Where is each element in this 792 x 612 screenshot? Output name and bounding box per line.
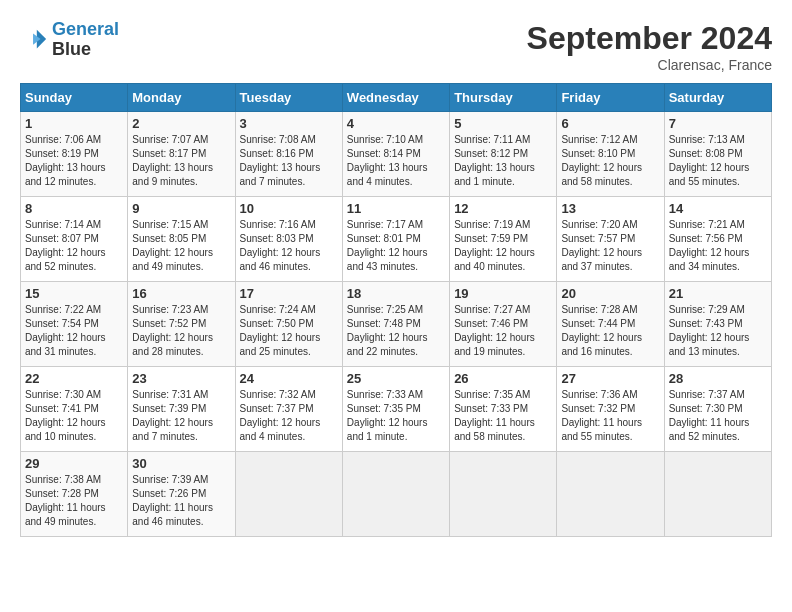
calendar-day: 2 Sunrise: 7:07 AMSunset: 8:17 PMDayligh… <box>128 112 235 197</box>
day-number: 8 <box>25 201 123 216</box>
calendar-day: 17 Sunrise: 7:24 AMSunset: 7:50 PMDaylig… <box>235 282 342 367</box>
title-block: September 2024 Clarensac, France <box>527 20 772 73</box>
logo-text: General Blue <box>52 20 119 60</box>
day-number: 9 <box>132 201 230 216</box>
empty-cell <box>235 452 342 537</box>
calendar-week-row: 8 Sunrise: 7:14 AMSunset: 8:07 PMDayligh… <box>21 197 772 282</box>
day-number: 30 <box>132 456 230 471</box>
calendar-day: 13 Sunrise: 7:20 AMSunset: 7:57 PMDaylig… <box>557 197 664 282</box>
day-number: 4 <box>347 116 445 131</box>
day-info: Sunrise: 7:21 AMSunset: 7:56 PMDaylight:… <box>669 218 767 274</box>
calendar-day: 15 Sunrise: 7:22 AMSunset: 7:54 PMDaylig… <box>21 282 128 367</box>
day-info: Sunrise: 7:08 AMSunset: 8:16 PMDaylight:… <box>240 133 338 189</box>
weekday-header-row: Sunday Monday Tuesday Wednesday Thursday… <box>21 84 772 112</box>
month-title: September 2024 <box>527 20 772 57</box>
day-number: 15 <box>25 286 123 301</box>
day-info: Sunrise: 7:28 AMSunset: 7:44 PMDaylight:… <box>561 303 659 359</box>
calendar-day: 5 Sunrise: 7:11 AMSunset: 8:12 PMDayligh… <box>450 112 557 197</box>
calendar-day: 4 Sunrise: 7:10 AMSunset: 8:14 PMDayligh… <box>342 112 449 197</box>
calendar-day: 18 Sunrise: 7:25 AMSunset: 7:48 PMDaylig… <box>342 282 449 367</box>
day-number: 5 <box>454 116 552 131</box>
day-number: 11 <box>347 201 445 216</box>
day-number: 28 <box>669 371 767 386</box>
empty-cell <box>557 452 664 537</box>
calendar-day: 11 Sunrise: 7:17 AMSunset: 8:01 PMDaylig… <box>342 197 449 282</box>
day-info: Sunrise: 7:14 AMSunset: 8:07 PMDaylight:… <box>25 218 123 274</box>
day-info: Sunrise: 7:15 AMSunset: 8:05 PMDaylight:… <box>132 218 230 274</box>
day-number: 2 <box>132 116 230 131</box>
day-number: 22 <box>25 371 123 386</box>
header-sunday: Sunday <box>21 84 128 112</box>
day-info: Sunrise: 7:19 AMSunset: 7:59 PMDaylight:… <box>454 218 552 274</box>
day-number: 19 <box>454 286 552 301</box>
header-tuesday: Tuesday <box>235 84 342 112</box>
calendar-day: 20 Sunrise: 7:28 AMSunset: 7:44 PMDaylig… <box>557 282 664 367</box>
calendar-day: 29 Sunrise: 7:38 AMSunset: 7:28 PMDaylig… <box>21 452 128 537</box>
calendar-table: Sunday Monday Tuesday Wednesday Thursday… <box>20 83 772 537</box>
day-number: 27 <box>561 371 659 386</box>
header-friday: Friday <box>557 84 664 112</box>
day-number: 18 <box>347 286 445 301</box>
calendar-day: 10 Sunrise: 7:16 AMSunset: 8:03 PMDaylig… <box>235 197 342 282</box>
day-info: Sunrise: 7:10 AMSunset: 8:14 PMDaylight:… <box>347 133 445 189</box>
day-number: 23 <box>132 371 230 386</box>
day-info: Sunrise: 7:33 AMSunset: 7:35 PMDaylight:… <box>347 388 445 444</box>
day-number: 16 <box>132 286 230 301</box>
day-info: Sunrise: 7:13 AMSunset: 8:08 PMDaylight:… <box>669 133 767 189</box>
day-number: 17 <box>240 286 338 301</box>
header-wednesday: Wednesday <box>342 84 449 112</box>
day-info: Sunrise: 7:11 AMSunset: 8:12 PMDaylight:… <box>454 133 552 189</box>
day-number: 3 <box>240 116 338 131</box>
day-info: Sunrise: 7:12 AMSunset: 8:10 PMDaylight:… <box>561 133 659 189</box>
day-info: Sunrise: 7:06 AMSunset: 8:19 PMDaylight:… <box>25 133 123 189</box>
day-number: 21 <box>669 286 767 301</box>
calendar-day: 21 Sunrise: 7:29 AMSunset: 7:43 PMDaylig… <box>664 282 771 367</box>
calendar-day: 1 Sunrise: 7:06 AMSunset: 8:19 PMDayligh… <box>21 112 128 197</box>
location: Clarensac, France <box>527 57 772 73</box>
day-info: Sunrise: 7:36 AMSunset: 7:32 PMDaylight:… <box>561 388 659 444</box>
day-info: Sunrise: 7:35 AMSunset: 7:33 PMDaylight:… <box>454 388 552 444</box>
day-info: Sunrise: 7:24 AMSunset: 7:50 PMDaylight:… <box>240 303 338 359</box>
day-number: 24 <box>240 371 338 386</box>
day-number: 10 <box>240 201 338 216</box>
day-number: 29 <box>25 456 123 471</box>
calendar-day: 7 Sunrise: 7:13 AMSunset: 8:08 PMDayligh… <box>664 112 771 197</box>
day-number: 7 <box>669 116 767 131</box>
empty-cell <box>664 452 771 537</box>
calendar-day: 22 Sunrise: 7:30 AMSunset: 7:41 PMDaylig… <box>21 367 128 452</box>
day-number: 25 <box>347 371 445 386</box>
calendar-day: 23 Sunrise: 7:31 AMSunset: 7:39 PMDaylig… <box>128 367 235 452</box>
day-info: Sunrise: 7:20 AMSunset: 7:57 PMDaylight:… <box>561 218 659 274</box>
day-info: Sunrise: 7:38 AMSunset: 7:28 PMDaylight:… <box>25 473 123 529</box>
calendar-day: 28 Sunrise: 7:37 AMSunset: 7:30 PMDaylig… <box>664 367 771 452</box>
calendar-day: 27 Sunrise: 7:36 AMSunset: 7:32 PMDaylig… <box>557 367 664 452</box>
calendar-day: 8 Sunrise: 7:14 AMSunset: 8:07 PMDayligh… <box>21 197 128 282</box>
day-number: 26 <box>454 371 552 386</box>
day-info: Sunrise: 7:32 AMSunset: 7:37 PMDaylight:… <box>240 388 338 444</box>
calendar-day: 14 Sunrise: 7:21 AMSunset: 7:56 PMDaylig… <box>664 197 771 282</box>
day-info: Sunrise: 7:39 AMSunset: 7:26 PMDaylight:… <box>132 473 230 529</box>
day-number: 6 <box>561 116 659 131</box>
calendar-day: 30 Sunrise: 7:39 AMSunset: 7:26 PMDaylig… <box>128 452 235 537</box>
calendar-week-row: 1 Sunrise: 7:06 AMSunset: 8:19 PMDayligh… <box>21 112 772 197</box>
page-header: General Blue September 2024 Clarensac, F… <box>20 20 772 73</box>
day-number: 20 <box>561 286 659 301</box>
day-number: 14 <box>669 201 767 216</box>
calendar-day: 9 Sunrise: 7:15 AMSunset: 8:05 PMDayligh… <box>128 197 235 282</box>
day-info: Sunrise: 7:17 AMSunset: 8:01 PMDaylight:… <box>347 218 445 274</box>
calendar-day: 6 Sunrise: 7:12 AMSunset: 8:10 PMDayligh… <box>557 112 664 197</box>
calendar-day: 26 Sunrise: 7:35 AMSunset: 7:33 PMDaylig… <box>450 367 557 452</box>
calendar-day: 12 Sunrise: 7:19 AMSunset: 7:59 PMDaylig… <box>450 197 557 282</box>
day-info: Sunrise: 7:16 AMSunset: 8:03 PMDaylight:… <box>240 218 338 274</box>
header-thursday: Thursday <box>450 84 557 112</box>
logo-icon <box>20 26 48 54</box>
calendar-day: 25 Sunrise: 7:33 AMSunset: 7:35 PMDaylig… <box>342 367 449 452</box>
day-info: Sunrise: 7:23 AMSunset: 7:52 PMDaylight:… <box>132 303 230 359</box>
calendar-week-row: 22 Sunrise: 7:30 AMSunset: 7:41 PMDaylig… <box>21 367 772 452</box>
calendar-week-row: 29 Sunrise: 7:38 AMSunset: 7:28 PMDaylig… <box>21 452 772 537</box>
calendar-day: 24 Sunrise: 7:32 AMSunset: 7:37 PMDaylig… <box>235 367 342 452</box>
day-info: Sunrise: 7:29 AMSunset: 7:43 PMDaylight:… <box>669 303 767 359</box>
calendar-week-row: 15 Sunrise: 7:22 AMSunset: 7:54 PMDaylig… <box>21 282 772 367</box>
day-info: Sunrise: 7:37 AMSunset: 7:30 PMDaylight:… <box>669 388 767 444</box>
day-number: 12 <box>454 201 552 216</box>
